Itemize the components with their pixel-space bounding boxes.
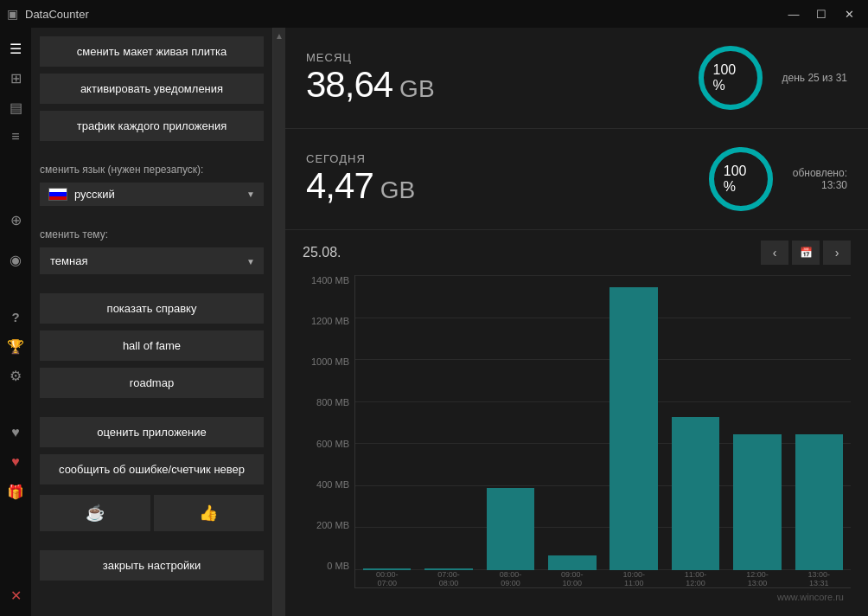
sidebar-heart2-icon[interactable]: ♥: [2, 448, 29, 476]
today-percent: 100 %: [724, 164, 758, 195]
y-label-2: 400 MB: [303, 479, 354, 490]
x-label-2: 08:00-09:00: [482, 570, 539, 587]
chart-header: 25.08. ‹ 📅 ›: [303, 241, 851, 265]
bar-group-1: [420, 275, 476, 570]
bar-group-0: [359, 275, 415, 570]
bars-wrapper: [355, 275, 851, 570]
sidebar-heart-icon[interactable]: ♥: [2, 419, 29, 446]
sidebar-close-icon[interactable]: ✕: [2, 581, 29, 609]
y-label-3: 600 MB: [303, 439, 354, 449]
sidebar-tool-icon[interactable]: ⚙: [2, 362, 29, 389]
help-button[interactable]: показать справку: [40, 293, 264, 324]
bottom-icons: ☕ 👍: [40, 495, 264, 531]
x-label-0: 00:00-07:00: [359, 570, 415, 587]
coffee-icon-button[interactable]: ☕: [40, 495, 150, 531]
sidebar-globe-icon[interactable]: ⊕: [2, 206, 29, 234]
today-info: обновлено: 13:30: [793, 167, 847, 191]
bar-group-2: [482, 275, 539, 570]
chart-next-button[interactable]: ›: [823, 241, 851, 265]
bar-group-5: [667, 275, 724, 570]
scroll-indicator: ▲: [273, 28, 285, 616]
chart-nav: ‹ 📅 ›: [761, 241, 851, 265]
theme-label: сменить тему:: [40, 228, 264, 241]
y-label-7: 1400 MB: [303, 275, 354, 286]
minimize-button[interactable]: —: [782, 5, 806, 22]
y-label-5: 1000 MB: [303, 356, 354, 367]
rate-button[interactable]: оценить приложение: [40, 417, 264, 447]
roadmap-button[interactable]: roadmap: [40, 368, 264, 398]
month-section: МЕСЯЦ 38,64 GB 100 % день 25 из 31: [285, 28, 868, 129]
maximize-button[interactable]: ☐: [809, 5, 833, 22]
title-bar: ▣ DataCounter — ☐ ✕: [0, 0, 868, 28]
flag-icon: [48, 188, 67, 201]
today-progress-circle: 100 %: [706, 144, 775, 214]
bar-3: [548, 555, 597, 570]
app-title: DataCounter: [25, 8, 89, 21]
app-icon: ▣: [7, 7, 18, 21]
sidebar-question-icon[interactable]: ?: [2, 303, 29, 330]
bar-4: [610, 287, 658, 570]
y-label-4: 800 MB: [303, 397, 354, 407]
bar-group-7: [791, 275, 847, 570]
report-button[interactable]: сообщить об ошибке/счетчик невер: [40, 454, 264, 484]
lang-select[interactable]: русский: [40, 183, 264, 206]
bar-5: [672, 417, 720, 570]
today-label: СЕГОДНЯ: [306, 152, 415, 165]
y-label-0: 0 MB: [303, 561, 354, 571]
live-tile-button[interactable]: сменить макет живая плитка: [40, 36, 264, 67]
today-unit: GB: [380, 176, 415, 204]
sidebar-grid-icon[interactable]: ⊞: [2, 64, 29, 92]
today-info-time: 13:30: [821, 179, 847, 191]
month-unit: GB: [399, 75, 434, 103]
sidebar-list-icon[interactable]: ≡: [2, 123, 29, 151]
x-label-7: 13:00-13:31: [791, 570, 847, 587]
month-progress-circle: 100 %: [696, 43, 765, 112]
x-label-1: 07:00-08:00: [420, 570, 476, 587]
bar-group-4: [606, 275, 662, 570]
sidebar-circle-icon[interactable]: ◉: [2, 246, 29, 273]
x-labels: 00:00-07:0007:00-08:0008:00-09:0009:00-1…: [355, 570, 851, 587]
y-label-1: 200 MB: [303, 520, 354, 530]
close-window-button[interactable]: ✕: [837, 5, 861, 22]
today-info-label: обновлено:: [793, 167, 847, 179]
x-label-4: 10:00-11:00: [606, 570, 662, 587]
app-traffic-button[interactable]: трафик каждого приложения: [40, 111, 264, 141]
y-label-6: 1200 MB: [303, 316, 354, 326]
notifications-button[interactable]: активировать уведомления: [40, 74, 264, 104]
left-panel: сменить макет живая плитка активировать …: [31, 28, 273, 616]
sidebar-gift-icon[interactable]: 🎁: [2, 478, 29, 505]
thumbs-up-icon-button[interactable]: 👍: [154, 495, 265, 531]
x-label-3: 09:00-10:00: [544, 570, 600, 587]
chart-calendar-button[interactable]: 📅: [792, 241, 820, 265]
sidebar-icons: ☰ ⊞ ▤ ≡ ⊕ ◉ ? 🏆 ⚙ ♥ ♥ 🎁 ✕: [0, 28, 31, 616]
chart-y-axis: 1400 MB 1200 MB 1000 MB 800 MB 600 MB 40…: [303, 275, 354, 588]
x-label-5: 11:00-12:00: [667, 570, 724, 587]
chart-section: 25.08. ‹ 📅 › 1400 MB 1200 MB 1000 MB 800…: [285, 230, 868, 616]
chart-bars-area: 00:00-07:0007:00-08:0008:00-09:0009:00-1…: [354, 275, 851, 588]
chart-prev-button[interactable]: ‹: [761, 241, 788, 265]
lang-label: сменить язык (нужен перезапуск):: [40, 164, 264, 176]
lang-value: русский: [74, 188, 115, 201]
website-footer: www.wincore.ru: [303, 588, 851, 606]
month-percent: 100 %: [713, 62, 748, 93]
today-section: СЕГОДНЯ 4,47 GB 100 % обновлено: 13:30: [285, 129, 868, 230]
chart-container: 1400 MB 1200 MB 1000 MB 800 MB 600 MB 40…: [303, 275, 851, 588]
month-label: МЕСЯЦ: [306, 51, 435, 64]
bar-7: [795, 434, 844, 570]
today-value: 4,47: [306, 165, 373, 207]
right-panel: МЕСЯЦ 38,64 GB 100 % день 25 из 31: [285, 28, 868, 616]
bar-group-6: [729, 275, 785, 570]
x-label-6: 12:00-13:00: [729, 570, 785, 587]
theme-select-wrapper[interactable]: темная: [40, 247, 264, 274]
sidebar-menu-icon[interactable]: ☰: [2, 35, 29, 62]
bar-6: [733, 434, 782, 570]
bar-2: [487, 488, 535, 570]
sidebar-trophy-icon[interactable]: 🏆: [2, 332, 29, 360]
bar-group-3: [544, 275, 600, 570]
month-info: день 25 из 31: [782, 72, 847, 84]
close-settings-button[interactable]: закрыть настройки: [40, 550, 264, 581]
hall-of-fame-button[interactable]: hall of fame: [40, 330, 264, 361]
theme-select[interactable]: темная: [40, 247, 264, 274]
month-value: 38,64: [306, 64, 393, 106]
sidebar-chat-icon[interactable]: ▤: [2, 93, 29, 121]
